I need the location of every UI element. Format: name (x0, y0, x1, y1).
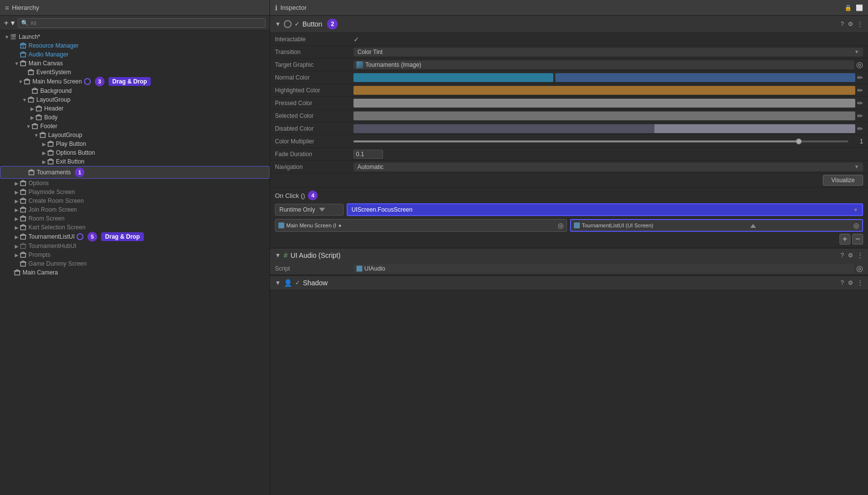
target-circle-icon[interactable]: ◎ (856, 60, 863, 69)
tree-item-tournament-hub-ui[interactable]: ▶ TournamentHubUI (0, 242, 270, 250)
tree-item-options-button[interactable]: ▶ Options Button (0, 148, 270, 157)
normal-color-label: Normal Color (275, 74, 353, 81)
collapse-arrow[interactable]: ▼ (275, 21, 281, 28)
tree-item-footer[interactable]: ▼ Footer (0, 122, 270, 131)
svg-marker-52 (21, 261, 26, 262)
tree-item-tournament-list-ui-row: ▶ TournamentListUI 5 Drag & Drop (0, 232, 270, 242)
svg-marker-12 (25, 79, 29, 80)
help-icon[interactable]: ? (841, 21, 844, 28)
collapse-shadow[interactable]: ▼ (275, 279, 281, 286)
prop-visualize: Visualize (270, 173, 868, 188)
main-menu-ref-field[interactable]: Main Menu Screen (I ● ◎ (275, 219, 567, 232)
arrow-right-icon: ▶ (14, 216, 20, 221)
shadow-check[interactable]: ✓ (295, 279, 300, 286)
visualize-button[interactable]: Visualize (823, 175, 863, 186)
tree-item-create-room-screen[interactable]: ▶ Create Room Screen (0, 196, 270, 205)
tree-item-body[interactable]: ▶ Body (0, 113, 270, 122)
annotation-2: 2 (327, 19, 338, 29)
collapse-audio[interactable]: ▼ (275, 252, 281, 259)
tree-item-main-camera[interactable]: Main Camera (0, 268, 270, 277)
tree-item-game-dummy-screen[interactable]: Game Dummy Screen (0, 259, 270, 268)
runtime-dropdown[interactable]: Runtime Only (275, 204, 344, 216)
interactable-check[interactable]: ✓ (353, 35, 359, 43)
transition-value: Color Tint (357, 49, 382, 55)
lock-icon[interactable]: 🔒 (844, 4, 852, 11)
tree-item-main-menu-screen[interactable]: ▼ Button Main Menu Screen (0, 77, 82, 86)
target-graphic-label: Target Graphic (275, 61, 353, 68)
tree-item-tournament-list-ui[interactable]: ▶ TournamentListUI (0, 232, 75, 241)
highlighted-color-swatch[interactable] (353, 86, 855, 95)
disabled-dropper-icon[interactable]: ✏ (857, 125, 863, 133)
focusscreen-dropdown[interactable]: UIScreen.FocusScreen ▼ (347, 203, 863, 216)
tree-item-background[interactable]: Background (0, 86, 270, 95)
normal-color-swatch-teal[interactable] (353, 73, 553, 82)
search-box[interactable]: 🔍 (18, 18, 266, 28)
remove-event-button[interactable]: − (852, 234, 863, 245)
more-icon-2[interactable]: ⋮ (857, 252, 863, 259)
help-icon-2[interactable]: ? (841, 252, 844, 259)
tree-item-eventsystem[interactable]: EventSystem (0, 68, 270, 77)
script-select-icon[interactable]: ◎ (856, 264, 863, 273)
tree-item-kart-selection-screen[interactable]: ▶ Kart Selection Screen (0, 223, 270, 232)
help-icon-3[interactable]: ? (841, 279, 844, 286)
selected-dropper-icon[interactable]: ✏ (857, 112, 863, 120)
svg-rect-39 (21, 208, 26, 212)
ui-audio-component: ▼ # UI Audio (Script) ? ⚙ ⋮ Script UIAud… (270, 248, 868, 275)
prop-target-graphic: Target Graphic Tournaments (Image) ◎ (270, 58, 868, 71)
tree-item-playmode-screen[interactable]: ▶ Playmode Screen (0, 188, 270, 196)
svg-marker-18 (36, 106, 41, 107)
spacer (14, 52, 20, 57)
tree-item-resource-manager[interactable]: Resource Manager (0, 41, 270, 50)
tree-item-options[interactable]: ▶ Options (0, 179, 270, 188)
tree-item-layout-group[interactable]: ▼ LayoutGroup (0, 95, 270, 104)
more-icon-3[interactable]: ⋮ (857, 279, 863, 286)
component-enabled-check[interactable]: ✓ (295, 21, 299, 28)
transition-dropdown[interactable]: Color Tint ▼ (353, 48, 863, 56)
drag-drop-circle-5 (77, 233, 83, 240)
prop-highlighted-color: Highlighted Color ✏ (270, 84, 868, 97)
disabled-color-swatch[interactable] (353, 124, 855, 133)
add-event-button[interactable]: + (840, 234, 850, 245)
script-field[interactable]: UIAudio (353, 264, 854, 273)
color-dropper-icon[interactable]: ✏ (857, 74, 863, 82)
search-input[interactable] (30, 20, 262, 26)
navigation-dropdown[interactable]: Automatic ▼ (353, 163, 863, 171)
tree-item-header[interactable]: ▶ Header (0, 104, 270, 113)
settings-icon-3[interactable]: ⚙ (848, 279, 853, 286)
tree-item-prompts[interactable]: ▶ Prompts (0, 250, 270, 259)
tree-item-audio-manager[interactable]: Audio Manager (0, 50, 270, 59)
selected-color-swatch[interactable] (353, 111, 855, 120)
annotation-5: 5 (87, 232, 97, 242)
pressed-dropper-icon[interactable]: ✏ (857, 99, 863, 107)
tree-item-room-screen[interactable]: ▶ Room Screen (0, 214, 270, 223)
fade-duration-input[interactable] (353, 150, 383, 159)
more-icon[interactable]: ⋮ (857, 21, 863, 28)
pressed-color-swatch[interactable] (353, 99, 855, 108)
slider-track[interactable] (353, 140, 848, 142)
settings-icon[interactable]: ⚙ (848, 21, 853, 28)
tree-item-join-room-screen[interactable]: ▶ Join Room Screen (0, 205, 270, 214)
tree-item-exit-button[interactable]: ▶ Exit Button (0, 157, 270, 166)
arrow-down-icon: ▼ (4, 34, 10, 40)
tree-item-launch[interactable]: ▼ 🎬 Launch* (0, 32, 270, 41)
cube-icon (47, 149, 54, 156)
maximize-icon[interactable]: ⬜ (856, 4, 863, 11)
tournament-list-ref-field[interactable]: TournamentListUI (UI Screen) ◎ (570, 219, 863, 232)
settings-icon-2[interactable]: ⚙ (848, 252, 853, 259)
tree-item-main-canvas[interactable]: ▼ Main Canvas (0, 59, 270, 68)
hamburger-icon[interactable]: ≡ (5, 4, 9, 12)
ref-select-icon[interactable]: ◎ (558, 221, 564, 229)
highlighted-dropper-icon[interactable]: ✏ (857, 86, 863, 94)
highlighted-color-swatch-row (353, 86, 855, 95)
normal-color-swatch-blue[interactable] (555, 73, 855, 82)
arrow-down-icon: ▼ (26, 124, 31, 129)
target-graphic-field[interactable]: Tournaments (Image) (353, 60, 854, 69)
slider-thumb[interactable] (796, 138, 802, 144)
ref-select-icon-2[interactable]: ◎ (853, 221, 859, 229)
component-name: Button (302, 20, 322, 28)
up-triangle-icon (750, 224, 756, 228)
tree-item-tournaments[interactable]: Tournaments 1 (0, 166, 270, 179)
tree-item-layout-group-2[interactable]: ▼ LayoutGroup (0, 131, 270, 139)
add-button[interactable]: + ▾ (4, 18, 15, 28)
tree-item-play-button[interactable]: ▶ Play Button (0, 139, 270, 148)
